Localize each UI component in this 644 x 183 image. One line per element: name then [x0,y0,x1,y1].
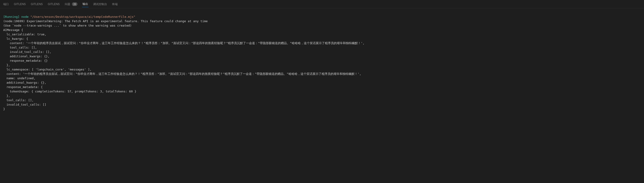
tab-gitlens-1[interactable]: GITLENS [14,1,26,7]
tab-terminal[interactable]: 终端 [112,1,118,7]
lc-kwargs-close: }, [3,63,641,67]
trace-hint-line: (Use `node --trace-warnings ...` to show… [3,24,132,27]
node-command: node [21,15,28,18]
tab-gitlens-3[interactable]: GITLENS [48,1,60,7]
lc-namespace-line: lc_namespace: [ 'langchain_core', 'messa… [3,67,641,72]
name-line: name: undefined, [3,76,641,80]
lc-serializable-line: lc_serializable: true, [3,32,641,36]
tab-port[interactable]: 端口 [3,1,9,7]
content-line-1: content: '一个年轻的程序员去面试，面试官问："你毕业才两年，这三年工作… [3,41,641,45]
content-line-2: content: '一个年轻的程序员去面试，面试官问："你毕业才两年，这三年工作… [3,72,641,76]
tab-output[interactable]: 输出 [82,1,88,7]
response-metadata-line-1: response_metadata: {} [3,58,641,63]
additional-kwargs-line-2: additional_kwargs: {}, [3,80,641,85]
response-metadata-close: }, [3,94,641,98]
file-path: "/Users/enson/Desktop/workspace/ai/tempC… [30,15,135,18]
tab-problems-label: 问题 [65,2,70,6]
running-tag: [Running] [3,15,20,18]
problems-count-badge: 28 [72,2,77,6]
lc-kwargs-open: lc_kwargs: { [3,36,641,41]
invalid-tool-calls-line-2: invalid_tool_calls: [] [3,102,641,107]
panel-tab-bar: 端口 GITLENS GITLENS GITLENS 问题 28 输出 调试控制… [0,0,644,8]
invalid-tool-calls-line-1: invalid_tool_calls: [], [3,50,641,54]
tool-calls-line-2: tool_calls: [], [3,98,641,102]
aimessage-open: AIMessage { [3,28,23,32]
output-panel-content: [Running] node "/Users/enson/Desktop/wor… [0,8,644,113]
aimessage-close: } [3,107,5,111]
tool-calls-line-1: tool_calls: [], [3,45,641,50]
tab-gitlens-2[interactable]: GITLENS [30,1,43,7]
token-usage-line: tokenUsage: { completionTokens: 57, prom… [3,89,641,94]
tab-problems[interactable]: 问题 28 [64,1,78,7]
response-metadata-open: response_metadata: { [3,85,641,89]
warning-line: (node:10699) ExperimentalWarning: The Fe… [3,20,208,23]
additional-kwargs-line-1: additional_kwargs: {}, [3,54,641,58]
tab-debug-console[interactable]: 调试控制台 [93,1,108,7]
